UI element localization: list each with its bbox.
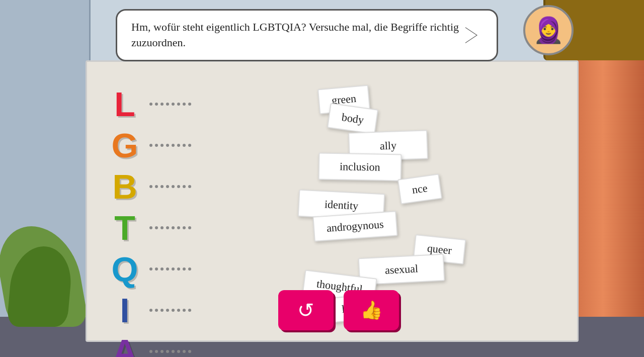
letter-row-A: A <box>107 334 191 357</box>
card-body[interactable]: body <box>327 103 378 135</box>
character-avatar: 🧕 <box>523 5 574 55</box>
letter-I: I <box>107 293 142 327</box>
main-board: L G <box>86 60 579 342</box>
reset-icon: ↺ <box>297 299 314 322</box>
card-nce[interactable]: nce <box>397 174 442 205</box>
card-androgynous[interactable]: androgynous <box>312 211 397 241</box>
letter-row-T: T <box>107 211 191 245</box>
letter-G: G <box>107 128 142 162</box>
dots-B <box>149 185 191 188</box>
character-emoji: 🧕 <box>533 16 564 45</box>
letter-row-G: G <box>107 128 191 162</box>
dots-A <box>149 350 191 353</box>
dots-T <box>149 226 191 229</box>
letter-T: T <box>107 211 142 245</box>
speech-bubble: Hm, wofür steht eigentlich LGBTQIA? Vers… <box>116 9 498 61</box>
speech-bubble-text: Hm, wofür steht eigentlich LGBTQIA? Vers… <box>131 21 459 49</box>
dots-Q <box>149 267 191 271</box>
dots-I <box>149 309 191 312</box>
letter-row-I: I <box>107 293 191 327</box>
letter-row-B: B <box>107 169 191 204</box>
reset-button[interactable]: ↺ <box>278 290 334 330</box>
card-inclusion[interactable]: inclusion <box>318 153 402 182</box>
letter-B: B <box>107 169 142 204</box>
letters-column: L G <box>107 87 191 357</box>
letter-row-L: L <box>107 87 191 121</box>
letter-L: L <box>107 87 142 121</box>
confirm-button[interactable]: 👍 <box>344 290 399 330</box>
dots-L <box>149 103 191 106</box>
letter-Q: Q <box>107 252 142 286</box>
bottom-buttons: ↺ 👍 <box>278 290 399 330</box>
thumbs-up-icon: 👍 <box>360 300 383 321</box>
dots-G <box>149 144 191 147</box>
letter-A: A <box>107 334 142 357</box>
letter-row-Q: Q <box>107 252 191 286</box>
